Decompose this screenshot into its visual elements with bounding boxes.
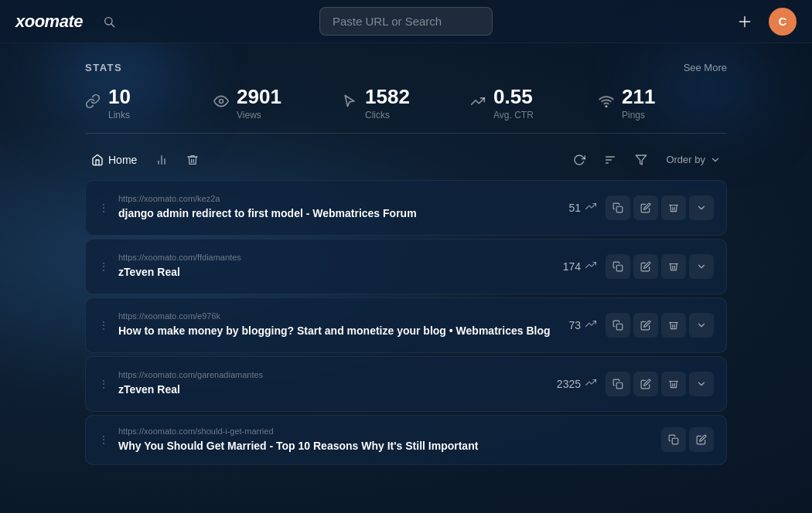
stats-divider: [85, 133, 727, 134]
copy-button[interactable]: [606, 313, 630, 338]
link-url: https://xoomato.com/kez2a: [118, 194, 559, 203]
refresh-button[interactable]: [567, 149, 592, 171]
link-info: https://xoomato.com/ffdiamantes zTeven R…: [118, 253, 554, 280]
trash-icon: [186, 154, 199, 166]
plus-icon: [736, 13, 753, 30]
search-icon: [103, 15, 115, 28]
toolbar: Home: [85, 149, 727, 171]
edit-button[interactable]: [633, 313, 658, 338]
order-by-button[interactable]: Order by: [660, 149, 727, 170]
edit-button[interactable]: [633, 254, 658, 279]
svg-marker-12: [636, 155, 647, 165]
stat-links-label: Links: [108, 110, 131, 121]
avatar[interactable]: C: [769, 8, 797, 36]
edit-button[interactable]: [689, 427, 714, 452]
delete-button[interactable]: [661, 254, 686, 279]
expand-button[interactable]: [689, 195, 714, 220]
expand-button[interactable]: [689, 313, 714, 338]
drag-handle[interactable]: ⋮: [98, 433, 109, 446]
stat-links-value: 10: [108, 86, 131, 108]
copy-icon: [612, 320, 623, 331]
expand-button[interactable]: [689, 254, 714, 279]
filter-icon: [635, 154, 647, 166]
svg-line-1: [111, 24, 114, 27]
link-actions: [606, 372, 714, 396]
delete-button[interactable]: [661, 313, 686, 338]
trending-icon: [585, 377, 596, 390]
link-card: ⋮ https://xoomato.com/should-i-get-marri…: [85, 415, 727, 466]
chevron-down-icon: [696, 202, 707, 213]
see-more-link[interactable]: See More: [684, 62, 727, 73]
edit-button[interactable]: [633, 372, 658, 396]
link-meta: 174: [563, 260, 596, 273]
stat-clicks: 1582 Clicks: [342, 86, 470, 121]
stats-toolbar-button[interactable]: [149, 149, 174, 171]
drag-handle[interactable]: ⋮: [98, 319, 109, 331]
link-icon: [85, 93, 101, 113]
header: xoomate C: [0, 0, 812, 43]
drag-handle[interactable]: ⋮: [98, 260, 109, 273]
expand-button[interactable]: [689, 372, 714, 396]
edit-icon: [640, 320, 651, 331]
sort-button[interactable]: [598, 149, 623, 171]
stat-clicks-label: Clicks: [365, 110, 410, 121]
link-info: https://xoomato.com/e976k How to make mo…: [118, 311, 559, 339]
link-url: https://xoomato.com/garenadiamantes: [118, 370, 548, 379]
home-icon: [91, 154, 104, 166]
stat-ctr-value: 0.55: [493, 86, 534, 108]
trending-icon: [585, 201, 596, 214]
edit-icon: [696, 434, 707, 445]
svg-rect-14: [616, 265, 623, 271]
copy-button[interactable]: [606, 254, 630, 279]
chevron-down-icon: [710, 155, 721, 165]
copy-button[interactable]: [661, 427, 686, 452]
link-title: django admin redirect to first model - W…: [118, 206, 559, 222]
link-title: zTeven Real: [118, 382, 548, 398]
link-url: https://xoomato.com/ffdiamantes: [118, 253, 554, 262]
link-info: https://xoomato.com/garenadiamantes zTev…: [118, 370, 548, 398]
trending-icon: [585, 260, 596, 273]
svg-point-5: [606, 106, 607, 107]
link-count: 174: [563, 260, 581, 273]
add-button[interactable]: [732, 8, 758, 35]
logo: xoomate: [15, 12, 83, 32]
svg-point-4: [220, 99, 223, 103]
header-right: C: [732, 8, 797, 36]
trash-icon: [668, 379, 679, 389]
filter-button[interactable]: [629, 149, 653, 171]
chevron-down-icon: [696, 379, 707, 389]
search-input[interactable]: [319, 7, 493, 36]
delete-button[interactable]: [661, 195, 686, 220]
delete-toolbar-button[interactable]: [180, 149, 205, 171]
home-button[interactable]: Home: [85, 149, 143, 171]
drag-handle[interactable]: ⋮: [98, 378, 109, 390]
stat-views-label: Views: [237, 110, 281, 121]
link-title: Why You Should Get Married - Top 10 Reas…: [118, 439, 643, 454]
copy-icon: [668, 434, 679, 445]
stats-header: STATS See More: [85, 62, 727, 73]
chevron-down-icon: [696, 261, 707, 272]
copy-icon: [612, 379, 623, 389]
copy-button[interactable]: [606, 372, 630, 396]
drag-handle[interactable]: ⋮: [98, 202, 109, 214]
delete-button[interactable]: [661, 372, 686, 396]
svg-rect-15: [616, 324, 623, 330]
trash-icon: [668, 261, 679, 272]
trending-icon: [585, 318, 596, 331]
svg-rect-16: [616, 382, 623, 389]
svg-rect-13: [616, 206, 623, 212]
link-info: https://xoomato.com/kez2a django admin r…: [118, 194, 559, 222]
stats-title: STATS: [85, 62, 122, 73]
edit-button[interactable]: [633, 195, 658, 220]
copy-button[interactable]: [606, 195, 630, 220]
link-title: How to make money by blogging? Start and…: [118, 324, 559, 339]
bar-chart-icon: [155, 154, 168, 166]
link-meta: 73: [568, 318, 596, 331]
stat-pings-value: 211: [622, 86, 655, 108]
refresh-icon: [573, 154, 585, 166]
link-count: 2325: [557, 378, 581, 390]
chevron-down-icon: [696, 320, 707, 331]
link-card: ⋮ https://xoomato.com/e976k How to make …: [85, 297, 727, 353]
search-icon-button[interactable]: [98, 11, 120, 32]
stat-views: 2901 Views: [213, 86, 342, 121]
